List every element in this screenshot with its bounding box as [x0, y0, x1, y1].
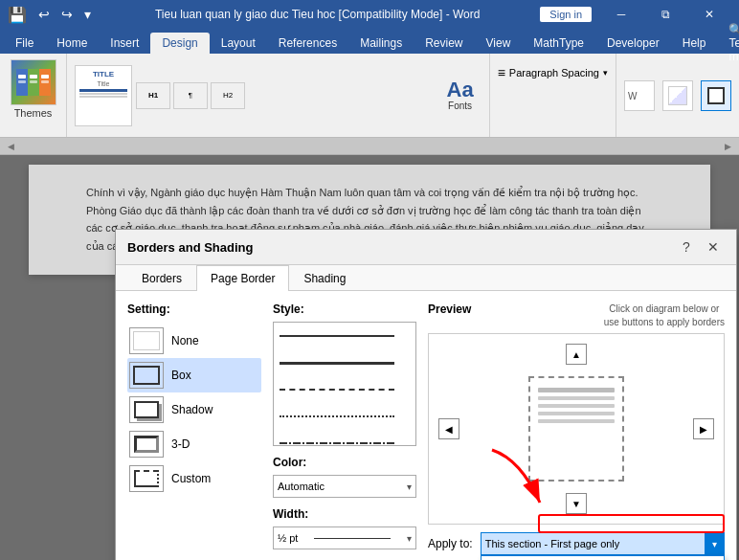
page-color-button[interactable] — [662, 80, 693, 111]
ribbon: Themes TITLE Title H1 ¶ H2 Aa Fonts ≡ Pa… — [0, 54, 739, 138]
color-label: Color: — [273, 456, 416, 469]
dialog-tab-shading[interactable]: Shading — [289, 265, 360, 291]
minimize-button[interactable]: ─ — [599, 0, 643, 29]
svg-rect-6 — [30, 80, 37, 83]
setting-shadow-label: Shadow — [171, 403, 213, 416]
word-icon: 💾 — [8, 6, 27, 24]
setting-custom[interactable]: Custom — [127, 461, 261, 496]
style-column: Style: — [273, 302, 416, 560]
setting-box-label: Box — [171, 369, 191, 382]
signin-button[interactable]: Sign in — [540, 7, 592, 22]
color-select[interactable]: Automatic ▾ — [273, 475, 416, 498]
style-gallery: H1 ¶ H2 — [136, 82, 436, 109]
apply-label: Apply to: — [428, 537, 473, 550]
window-title: Tieu luan quan ly giao duc Tieu hoc [Com… — [102, 8, 532, 21]
dialog-title-text: Borders and Shading — [127, 240, 675, 255]
preview-left-button[interactable]: ◀ — [438, 418, 459, 439]
tab-insert[interactable]: Insert — [99, 33, 150, 54]
setting-custom-label: Custom — [171, 472, 211, 485]
tab-review[interactable]: Review — [414, 33, 474, 54]
svg-text:W: W — [628, 91, 638, 101]
dialog-close-button[interactable]: ✕ — [702, 237, 725, 257]
tab-developer[interactable]: Developer — [595, 33, 671, 54]
preview-box: ▲ ◀ ▶ ▼ — [428, 333, 725, 525]
tab-mathtype[interactable]: MathType — [522, 33, 595, 54]
dialog-help-button[interactable]: ? — [675, 237, 698, 257]
themes-label: Themes — [14, 107, 53, 119]
preview-label: Preview — [428, 302, 471, 316]
paragraph-spacing-label: Paragraph Spacing — [509, 67, 599, 78]
setting-none-icon — [129, 327, 164, 354]
window-controls: ─ ⧉ ✕ — [599, 0, 731, 29]
svg-rect-7 — [41, 75, 49, 78]
style-solid-2[interactable] — [274, 349, 415, 376]
customize-button[interactable]: ▾ — [80, 5, 95, 24]
apply-options-list: This section - First page only Whole doc… — [481, 555, 725, 560]
style-listbox[interactable] — [273, 322, 416, 446]
close-button[interactable]: ✕ — [687, 0, 731, 29]
undo-button[interactable]: ↩ — [34, 5, 54, 24]
svg-rect-3 — [18, 75, 26, 78]
apply-dropdown-wrap: This section - First page only ▾ This se… — [481, 532, 725, 555]
dialog-tab-page-border[interactable]: Page Border — [196, 265, 289, 291]
tab-help[interactable]: Help — [671, 33, 718, 54]
style-solid[interactable] — [274, 323, 415, 349]
document-area: ◀ ▶ Chính vì vậy, Ngành giáo dục huyện H… — [0, 138, 739, 560]
svg-rect-4 — [18, 80, 26, 83]
preview-hint: Click on diagram below oruse buttons to … — [604, 302, 725, 329]
color-arrow: ▾ — [407, 482, 412, 492]
themes-icon — [11, 59, 56, 105]
borders-shading-dialog: Borders and Shading ? ✕ Borders Page Bor… — [115, 229, 737, 560]
setting-shadow[interactable]: Shadow — [127, 392, 261, 427]
setting-label: Setting: — [127, 302, 261, 316]
color-value: Automatic — [278, 481, 325, 492]
setting-shadow-icon — [129, 396, 164, 423]
apply-row: Apply to: This section - First page only… — [428, 532, 725, 555]
setting-none[interactable]: None — [127, 324, 261, 358]
ribbon-tabs: File Home Insert Design Layout Reference… — [0, 29, 739, 54]
redo-button[interactable]: ↪ — [57, 5, 77, 24]
style-preview-1[interactable]: TITLE Title — [75, 65, 132, 126]
tab-tell-me[interactable]: 🔍 Tell me — [717, 33, 739, 54]
watermark-button[interactable]: W — [624, 80, 655, 111]
style-dash-dot[interactable] — [274, 430, 415, 446]
style-label: Style: — [273, 302, 416, 316]
setting-none-label: None — [171, 334, 199, 347]
heading2-style[interactable]: H2 — [211, 82, 245, 109]
dialog-title-bar: Borders and Shading ? ✕ — [116, 230, 736, 265]
restore-button[interactable]: ⧉ — [643, 0, 687, 29]
setting-3d-label: 3-D — [171, 437, 190, 451]
tab-mailings[interactable]: Mailings — [348, 33, 414, 54]
style-dotted[interactable] — [274, 403, 415, 430]
tab-references[interactable]: References — [267, 33, 348, 54]
setting-3d[interactable]: 3-D — [127, 427, 261, 461]
apply-option-first-page[interactable]: This section - First page only — [481, 556, 724, 560]
fonts-button[interactable]: Aa Fonts — [439, 79, 481, 111]
paragraph-spacing-button[interactable]: ≡ Paragraph Spacing ▾ — [490, 54, 616, 137]
apply-dropdown[interactable]: This section - First page only ▾ — [481, 532, 725, 555]
ribbon-extra: W — [616, 54, 739, 137]
svg-rect-8 — [41, 80, 49, 83]
tab-layout[interactable]: Layout — [210, 33, 267, 54]
preview-right-button[interactable]: ▶ — [693, 418, 714, 439]
width-arrow: ▾ — [407, 533, 412, 544]
setting-box-icon — [129, 362, 164, 389]
dialog-body: Setting: None Box — [116, 291, 736, 560]
themes-group[interactable]: Themes — [0, 54, 67, 137]
normal-style[interactable]: ¶ — [173, 82, 208, 109]
heading1-style[interactable]: H1 — [136, 82, 170, 109]
page-borders-button[interactable] — [701, 80, 731, 111]
dialog-tab-borders[interactable]: Borders — [127, 265, 196, 291]
tab-home[interactable]: Home — [45, 33, 99, 54]
style-dashed[interactable] — [274, 376, 415, 403]
settings-column: Setting: None Box — [127, 302, 261, 560]
dialog-tabs: Borders Page Border Shading — [116, 265, 736, 291]
preview-lines — [538, 388, 615, 423]
width-select[interactable]: ½ pt ▾ — [273, 526, 416, 549]
tab-file[interactable]: File — [4, 33, 45, 54]
tab-view[interactable]: View — [475, 33, 523, 54]
svg-rect-5 — [30, 75, 37, 78]
preview-column: Preview Click on diagram below oruse but… — [428, 302, 725, 560]
setting-box[interactable]: Box — [127, 358, 261, 392]
tab-design[interactable]: Design — [150, 33, 209, 54]
